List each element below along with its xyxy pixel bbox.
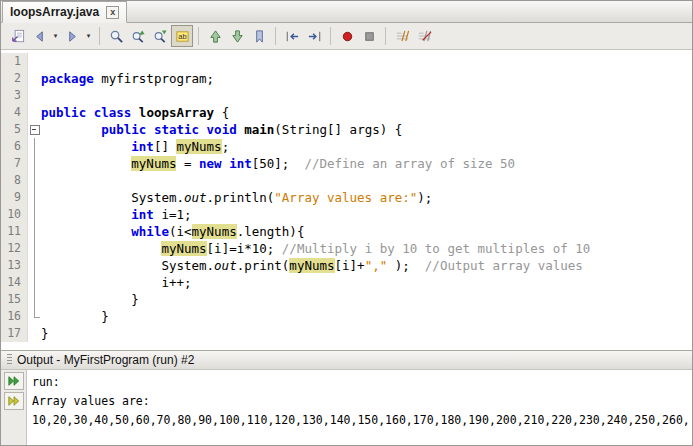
ide-window: loopsArray.java x ▾▾ab 12package myfirst… — [0, 0, 693, 446]
toolbar-separator — [99, 27, 100, 45]
toggle-bookmark-icon[interactable] — [248, 25, 270, 47]
fold-margin — [28, 257, 41, 274]
code-line[interactable] — [41, 172, 692, 189]
fold-margin — [28, 274, 41, 291]
code-line[interactable]: int i=1; — [41, 206, 692, 223]
fold-margin — [28, 308, 41, 325]
tab-close-icon[interactable]: x — [106, 6, 119, 19]
forward-dropdown-icon[interactable]: ▾ — [83, 25, 94, 47]
code-line[interactable] — [41, 87, 692, 104]
line-number: 17 — [1, 325, 28, 342]
shift-line-left-icon[interactable] — [281, 25, 303, 47]
editor-row: 12 myNums[i]=i*10; //Multiply i by 10 to… — [1, 240, 692, 257]
editor-row: 7 myNums = new int[50]; //Define an arra… — [1, 155, 692, 172]
toolbar-separator — [198, 27, 199, 45]
fold-margin — [28, 240, 41, 257]
fold-margin — [28, 189, 41, 206]
output-toolbar — [1, 370, 27, 445]
fold-margin — [28, 138, 41, 155]
rerun-with-different-parameters-button[interactable] — [4, 392, 24, 410]
back-dropdown-icon[interactable]: ▾ — [50, 25, 61, 47]
line-number: 4 — [1, 104, 28, 121]
find-next-occurrence-icon[interactable] — [149, 25, 171, 47]
editor-toolbar: ▾▾ab — [1, 23, 692, 50]
editor-row: 9 System.out.println("Array values are:"… — [1, 189, 692, 206]
line-number: 8 — [1, 172, 28, 189]
tab-loopsarray-java[interactable]: loopsArray.java x — [2, 1, 127, 23]
output-panel-title: Output - MyFirstProgram (run) #2 — [17, 353, 194, 367]
svg-text:ab: ab — [178, 32, 186, 41]
line-number: 13 — [1, 257, 28, 274]
comment-icon[interactable] — [391, 25, 413, 47]
forward-icon[interactable] — [61, 25, 83, 47]
line-number: 2 — [1, 70, 28, 87]
output-text[interactable]: run:Array values are:10,20,30,40,50,60,7… — [27, 370, 692, 445]
fold-margin — [28, 53, 41, 70]
output-line: Array values are: — [32, 392, 687, 411]
editor-rows: 12package myfirstprogram;34public class … — [1, 53, 692, 342]
fold-margin — [28, 87, 41, 104]
stop-macro-recording-icon[interactable] — [358, 25, 380, 47]
toolbar-separator — [330, 27, 331, 45]
editor-row: 5 public static void main(String[] args)… — [1, 121, 692, 138]
code-line[interactable]: System.out.print(myNums[i]+"," ); //Outp… — [41, 257, 692, 274]
editor-row: 6 int[] myNums; — [1, 138, 692, 155]
toolbar-separator — [385, 27, 386, 45]
editor-row: 8 — [1, 172, 692, 189]
output-line: 10,20,30,40,50,60,70,80,90,100,110,120,1… — [32, 411, 687, 430]
line-number: 3 — [1, 87, 28, 104]
toggle-highlight-search-icon[interactable]: ab — [171, 25, 193, 47]
code-fold-toggle-icon[interactable] — [28, 121, 41, 138]
next-bookmark-icon[interactable] — [226, 25, 248, 47]
code-line[interactable]: myNums[i]=i*10; //Multiply i by 10 to ge… — [41, 240, 692, 257]
previous-bookmark-icon[interactable] — [204, 25, 226, 47]
code-line[interactable]: } — [41, 325, 692, 342]
code-line[interactable]: i++; — [41, 274, 692, 291]
line-number: 10 — [1, 206, 28, 223]
code-line[interactable]: } — [41, 308, 692, 325]
fold-margin — [28, 155, 41, 172]
line-number: 14 — [1, 274, 28, 291]
line-number: 15 — [1, 291, 28, 308]
line-number: 7 — [1, 155, 28, 172]
code-line[interactable]: while(i<myNums.length){ — [41, 223, 692, 240]
editor-tab-bar: loopsArray.java x — [1, 1, 692, 23]
line-number: 5 — [1, 121, 28, 138]
code-line[interactable]: package myfirstprogram; — [41, 70, 692, 87]
fold-margin — [28, 291, 41, 308]
line-number: 9 — [1, 189, 28, 206]
editor-row: 2package myfirstprogram; — [1, 70, 692, 87]
editor-row: 17} — [1, 325, 692, 342]
code-editor[interactable]: 12package myfirstprogram;34public class … — [1, 50, 692, 350]
line-number: 12 — [1, 240, 28, 257]
find-selection-icon[interactable] — [105, 25, 127, 47]
panel-grip-icon — [7, 354, 12, 366]
last-edit-location-icon[interactable] — [6, 25, 28, 47]
output-panel-header[interactable]: Output - MyFirstProgram (run) #2 — [1, 350, 692, 370]
editor-row: 3 — [1, 87, 692, 104]
output-line: run: — [32, 373, 687, 392]
editor-row: 1 — [1, 53, 692, 70]
code-line[interactable]: public class loopsArray { — [41, 104, 692, 121]
fold-margin — [28, 104, 41, 121]
code-line[interactable]: } — [41, 291, 692, 308]
code-line[interactable]: myNums = new int[50]; //Define an array … — [41, 155, 692, 172]
fold-margin — [28, 70, 41, 87]
tab-label: loopsArray.java — [10, 5, 99, 19]
code-line[interactable]: int[] myNums; — [41, 138, 692, 155]
code-line[interactable]: public static void main(String[] args) { — [41, 121, 692, 138]
rerun-button[interactable] — [4, 372, 24, 390]
back-icon[interactable] — [28, 25, 50, 47]
start-macro-recording-icon[interactable] — [336, 25, 358, 47]
code-line[interactable] — [41, 53, 692, 70]
fold-margin — [28, 172, 41, 189]
line-number: 16 — [1, 308, 28, 325]
uncomment-icon[interactable] — [413, 25, 435, 47]
line-number: 1 — [1, 53, 28, 70]
fold-margin — [28, 223, 41, 240]
shift-line-right-icon[interactable] — [303, 25, 325, 47]
find-previous-occurrence-icon[interactable] — [127, 25, 149, 47]
code-line[interactable]: System.out.println("Array values are:"); — [41, 189, 692, 206]
fold-margin — [28, 206, 41, 223]
output-panel: run:Array values are:10,20,30,40,50,60,7… — [1, 370, 692, 445]
